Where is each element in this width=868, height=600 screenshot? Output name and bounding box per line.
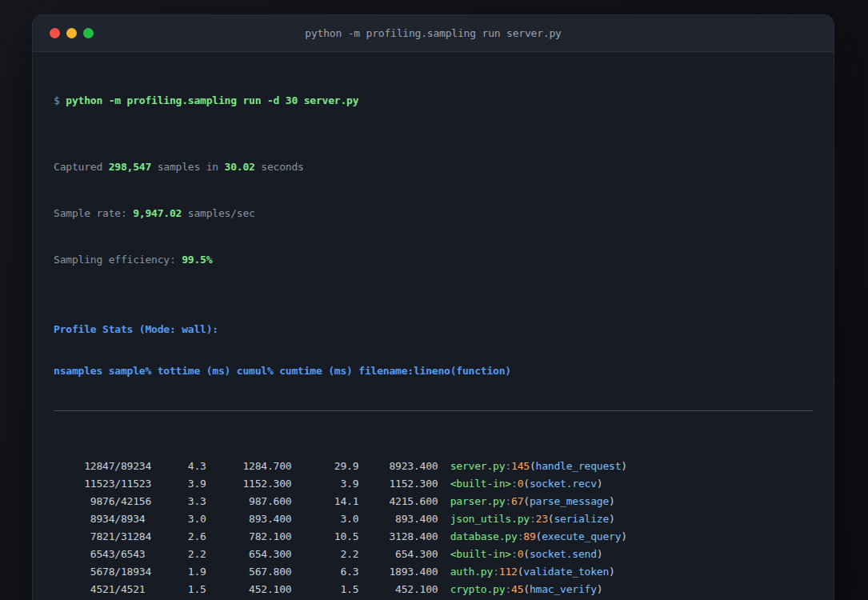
row-metrics: 9876/42156 3.3 987.600 14.1 4215.600 (54, 495, 450, 507)
row-paren-close: ) (597, 548, 603, 560)
row-metrics: 12847/89234 4.3 1284.700 29.9 8923.400 (54, 460, 450, 472)
table-divider (54, 410, 813, 411)
minimize-button[interactable] (66, 28, 77, 38)
text-segment: samples in (151, 161, 225, 173)
row-lineno: 89 (523, 530, 535, 542)
row-metrics: 7821/31284 2.6 782.100 10.5 3128.400 (54, 530, 450, 542)
profile-table-row: 7821/31284 2.6 782.100 10.5 3128.400 dat… (54, 528, 813, 546)
profile-table-row: 6543/6543 2.2 654.300 2.2 654.300 <built… (54, 546, 813, 563)
text-segment: Captured (54, 161, 109, 173)
row-paren-close: ) (597, 478, 603, 490)
text-segment: 30.02 (225, 161, 255, 173)
row-paren-close: ) (609, 495, 615, 507)
row-paren-close: ) (621, 460, 627, 472)
text-segment: 9,947.02 (133, 207, 182, 219)
profile-stats-heading: Profile Stats (Mode: wall): (54, 322, 813, 338)
row-function: parse_message (530, 495, 609, 507)
row-filename: server.py (450, 460, 506, 472)
profile-table-row: 9876/42156 3.3 987.600 14.1 4215.600 par… (54, 493, 813, 510)
row-function: socket.send (530, 548, 597, 560)
row-metrics: 11523/11523 3.9 1152.300 3.9 1152.300 (54, 478, 450, 490)
sample-rate-line: Sample rate: 9,947.02 samples/sec (54, 206, 813, 222)
row-colon: : (511, 478, 518, 490)
row-colon: : (505, 495, 511, 507)
row-colon: : (505, 460, 511, 472)
row-filename: database.py (450, 530, 518, 542)
row-metrics: 5678/18934 1.9 567.800 6.3 1893.400 (54, 566, 450, 578)
sampling-efficiency-line: Sampling efficiency: 99.5% (54, 252, 813, 268)
row-paren-close: ) (597, 583, 603, 595)
text-segment: Sample rate: (54, 207, 133, 219)
row-function: handle_request (536, 460, 622, 472)
row-lineno: 112 (499, 566, 518, 578)
command-text: python -m profiling.sampling run -d 30 s… (66, 94, 358, 106)
profile-table-row: 4521/4521 1.5 452.100 1.5 452.100 crypto… (54, 581, 813, 598)
close-button[interactable] (50, 28, 60, 38)
row-paren-open: ( (530, 460, 536, 472)
row-filename: parser.py (450, 495, 506, 507)
text-segment: Sampling efficiency: (54, 254, 182, 266)
row-paren-close: ) (609, 513, 615, 525)
row-colon: : (505, 583, 511, 595)
profile-table-row: 5678/18934 1.9 567.800 6.3 1893.400 auth… (54, 563, 813, 581)
row-paren-open: ( (523, 495, 530, 507)
window-title: python -m profiling.sampling run server.… (305, 27, 561, 39)
row-paren-close: ) (621, 530, 627, 542)
row-colon: : (493, 566, 499, 578)
row-paren-open: ( (523, 583, 530, 595)
row-lineno: 45 (511, 583, 523, 595)
window-controls (50, 15, 94, 51)
shell-prompt: $ (54, 94, 66, 106)
row-colon: : (530, 513, 536, 525)
text-segment: 298,547 (109, 161, 151, 173)
row-lineno: 23 (536, 513, 548, 525)
profile-table: 12847/89234 4.3 1284.700 29.9 8923.400 s… (54, 458, 813, 600)
row-filename: auth.py (450, 566, 493, 578)
row-function: socket.recv (530, 478, 597, 490)
row-metrics: 4521/4521 1.5 452.100 1.5 452.100 (54, 583, 450, 595)
profile-table-row: 11523/11523 3.9 1152.300 3.9 1152.300 <b… (54, 475, 813, 493)
row-lineno: 145 (511, 460, 530, 472)
titlebar[interactable]: python -m profiling.sampling run server.… (33, 15, 834, 52)
text-segment: 99.5% (182, 254, 212, 266)
row-paren-open: ( (523, 478, 530, 490)
profile-table-row: 12847/89234 4.3 1284.700 29.9 8923.400 s… (54, 458, 813, 475)
text-segment: samples/sec (182, 207, 255, 219)
command-line: $ python -m profiling.sampling run -d 30… (54, 93, 813, 109)
row-function: execute_query (542, 530, 621, 542)
row-paren-close: ) (609, 566, 615, 578)
row-lineno: 67 (511, 495, 523, 507)
row-colon: : (511, 548, 518, 560)
row-filename: <built-in> (450, 548, 511, 560)
captured-samples-line: Captured 298,547 samples in 30.02 second… (54, 159, 813, 175)
row-function: validate_token (523, 566, 609, 578)
row-metrics: 8934/8934 3.0 893.400 3.0 893.400 (54, 513, 450, 525)
row-metrics: 6543/6543 2.2 654.300 2.2 654.300 (54, 548, 450, 560)
row-filename: crypto.py (450, 583, 506, 595)
row-function: serialize (554, 513, 609, 525)
terminal-content[interactable]: $ python -m profiling.sampling run -d 30… (33, 52, 834, 600)
text-segment: seconds (255, 161, 304, 173)
table-columns-header: nsamples sample% tottime (ms) cumul% cum… (54, 363, 813, 379)
profile-table-row: 8934/8934 3.0 893.400 3.0 893.400 json_u… (54, 510, 813, 528)
row-function: hmac_verify (530, 583, 597, 595)
row-filename: <built-in> (450, 478, 511, 490)
row-paren-open: ( (523, 548, 530, 560)
row-filename: json_utils.py (450, 513, 530, 525)
maximize-button[interactable] (83, 28, 94, 38)
terminal-window: python -m profiling.sampling run server.… (32, 14, 834, 600)
